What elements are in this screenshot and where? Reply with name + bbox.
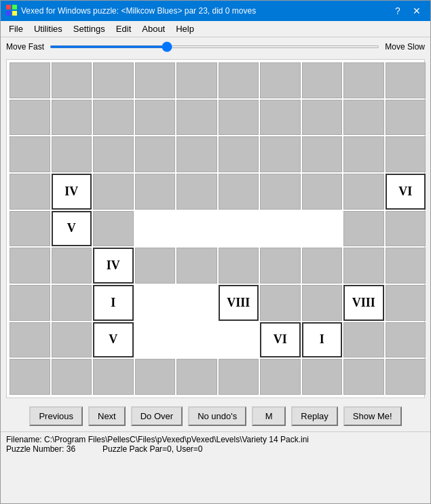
- grid-cell[interactable]: [10, 174, 50, 210]
- grid-cell[interactable]: [176, 359, 217, 395]
- grid-cell[interactable]: [10, 322, 50, 358]
- grid-cell[interactable]: [135, 62, 176, 98]
- close-button[interactable]: ✕: [409, 3, 425, 19]
- grid-cell[interactable]: [93, 174, 134, 210]
- grid-cell[interactable]: [343, 322, 384, 358]
- grid-cell[interactable]: [135, 100, 176, 136]
- grid-cell[interactable]: [260, 136, 301, 172]
- grid-cell[interactable]: [135, 359, 176, 395]
- grid-cell[interactable]: [260, 100, 301, 136]
- grid-cell[interactable]: [302, 211, 343, 247]
- grid-cell[interactable]: [176, 174, 217, 210]
- grid-cell[interactable]: VIII: [343, 285, 384, 321]
- grid-cell[interactable]: [302, 62, 343, 98]
- grid-cell[interactable]: [260, 359, 301, 395]
- grid-cell[interactable]: [52, 62, 92, 98]
- grid-cell[interactable]: [302, 285, 343, 321]
- grid-cell[interactable]: V: [52, 211, 92, 247]
- grid-cell[interactable]: [343, 359, 384, 395]
- do-over-button[interactable]: Do Over: [131, 406, 183, 426]
- grid-cell[interactable]: [343, 100, 384, 136]
- grid-cell[interactable]: [176, 211, 217, 247]
- grid-cell[interactable]: [302, 248, 343, 284]
- show-me-button[interactable]: Show Me!: [343, 406, 402, 426]
- grid-cell[interactable]: [343, 136, 384, 172]
- grid-cell[interactable]: [52, 248, 92, 284]
- grid-cell[interactable]: [343, 62, 384, 98]
- grid-cell[interactable]: [260, 285, 301, 321]
- grid-cell[interactable]: [260, 62, 301, 98]
- grid-cell[interactable]: [52, 322, 92, 358]
- grid-cell[interactable]: [302, 136, 343, 172]
- grid-cell[interactable]: [219, 136, 259, 172]
- grid-cell[interactable]: [343, 211, 384, 247]
- grid-cell[interactable]: [135, 285, 176, 321]
- grid-cell[interactable]: [386, 322, 426, 358]
- grid-cell[interactable]: [219, 100, 259, 136]
- grid-cell[interactable]: VI: [386, 174, 426, 210]
- grid-cell[interactable]: [386, 359, 426, 395]
- grid-cell[interactable]: [135, 211, 176, 247]
- grid-cell[interactable]: [219, 322, 259, 358]
- grid-cell[interactable]: [260, 248, 301, 284]
- grid-cell[interactable]: [343, 174, 384, 210]
- grid-cell[interactable]: [93, 136, 134, 172]
- speed-slider[interactable]: [50, 45, 379, 48]
- previous-button[interactable]: Previous: [29, 406, 83, 426]
- grid-cell[interactable]: [219, 248, 259, 284]
- grid-cell[interactable]: [176, 285, 217, 321]
- menu-about[interactable]: About: [136, 22, 170, 35]
- grid-cell[interactable]: [93, 62, 134, 98]
- grid-cell[interactable]: [10, 62, 50, 98]
- grid-cell[interactable]: [93, 211, 134, 247]
- menu-file[interactable]: File: [3, 22, 29, 35]
- grid-cell[interactable]: [10, 100, 50, 136]
- menu-help[interactable]: Help: [170, 22, 200, 35]
- grid-cell[interactable]: [343, 248, 384, 284]
- grid-cell[interactable]: IV: [93, 248, 134, 284]
- grid-cell[interactable]: [219, 211, 259, 247]
- grid-cell[interactable]: [10, 359, 50, 395]
- grid-cell[interactable]: [135, 248, 176, 284]
- grid-cell[interactable]: [302, 100, 343, 136]
- grid-cell[interactable]: [219, 174, 259, 210]
- grid-cell[interactable]: [176, 62, 217, 98]
- m-button[interactable]: M: [252, 406, 286, 426]
- menu-settings[interactable]: Settings: [68, 22, 111, 35]
- grid-cell[interactable]: [219, 359, 259, 395]
- grid-cell[interactable]: [302, 359, 343, 395]
- grid-cell[interactable]: VI: [260, 322, 301, 358]
- grid-cell[interactable]: [176, 100, 217, 136]
- grid-cell[interactable]: [52, 100, 92, 136]
- grid-cell[interactable]: V: [93, 322, 134, 358]
- grid-cell[interactable]: [386, 211, 426, 247]
- grid-cell[interactable]: [219, 62, 259, 98]
- grid-cell[interactable]: [386, 136, 426, 172]
- grid-cell[interactable]: [135, 136, 176, 172]
- grid-cell[interactable]: [93, 100, 134, 136]
- grid-cell[interactable]: [10, 285, 50, 321]
- menu-utilities[interactable]: Utilities: [29, 22, 68, 35]
- grid-cell[interactable]: [10, 211, 50, 247]
- no-undos-button[interactable]: No undo's: [188, 406, 246, 426]
- menu-edit[interactable]: Edit: [111, 22, 136, 35]
- grid-cell[interactable]: IV: [52, 174, 92, 210]
- grid-cell[interactable]: [135, 174, 176, 210]
- grid-cell[interactable]: [386, 285, 426, 321]
- grid-cell[interactable]: [386, 100, 426, 136]
- grid-cell[interactable]: I: [93, 285, 134, 321]
- grid-cell[interactable]: [10, 248, 50, 284]
- grid-cell[interactable]: [52, 136, 92, 172]
- grid-cell[interactable]: [52, 359, 92, 395]
- grid-cell[interactable]: [302, 174, 343, 210]
- grid-cell[interactable]: [176, 248, 217, 284]
- grid-cell[interactable]: VIII: [219, 285, 259, 321]
- grid-cell[interactable]: [260, 174, 301, 210]
- grid-cell[interactable]: [135, 322, 176, 358]
- grid-cell[interactable]: [10, 136, 50, 172]
- grid-cell[interactable]: [176, 136, 217, 172]
- grid-cell[interactable]: [176, 322, 217, 358]
- help-button[interactable]: ?: [390, 3, 406, 19]
- next-button[interactable]: Next: [88, 406, 126, 426]
- grid-cell[interactable]: [52, 285, 92, 321]
